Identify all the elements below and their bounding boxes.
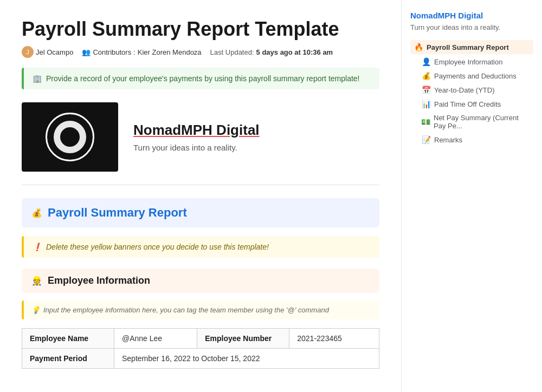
sidebar-item-remarks[interactable]: 📝 Remarks — [410, 133, 533, 146]
employee-name-label: Employee Name — [22, 329, 114, 349]
sidebar-payroll-label: Payroll Summary Report — [427, 43, 509, 51]
payroll-section-heading: 💰 Payroll Summary Report — [22, 198, 379, 227]
calendar-icon: 📅 — [421, 86, 431, 94]
author-info: J Jel Ocampo — [22, 46, 73, 58]
people-icon: 👥 — [82, 48, 91, 56]
employee-section-heading: 👷 Employee Information — [22, 269, 379, 293]
logo-circle — [46, 113, 94, 161]
payroll-section-title: Payroll Summary Report — [48, 206, 187, 220]
sidebar-item-ytd[interactable]: 📅 Year-to-Date (YTD) — [410, 83, 533, 96]
hint-banner: 💡 Input the employee information here, y… — [22, 300, 379, 319]
sidebar-netpay-label: Net Pay Summary (Current Pay Pe... — [434, 114, 530, 130]
warning-text: Delete these yellow banners once you dec… — [46, 243, 269, 251]
sidebar-pto-label: Paid Time Off Credits — [434, 100, 501, 108]
sidebar-employee-label: Employee Information — [434, 58, 502, 66]
info-banner-text: Provide a record of your employee's paym… — [46, 74, 359, 83]
brand-text-area: NomadMPH Digital Turn your ideas into a … — [133, 122, 260, 152]
warning-banner: ❗ Delete these yellow banners once you d… — [22, 236, 379, 258]
sidebar-item-paid-time-off[interactable]: 📊 Paid Time Off Credits — [410, 97, 533, 110]
payment-period-value[interactable]: September 16, 2022 to October 15, 2022 — [114, 349, 379, 369]
info-banner-icon: 🏢 — [33, 74, 42, 83]
sidebar-remarks-label: Remarks — [434, 136, 462, 144]
last-updated-label: Last Updated: — [210, 48, 254, 56]
last-updated-info: Last Updated: 5 days ago at 10:36 am — [210, 48, 333, 56]
author-name: Jel Ocampo — [36, 48, 73, 56]
avatar-initials: J — [26, 49, 29, 55]
employee-table: Employee Name @Anne Lee Employee Number … — [22, 328, 379, 369]
dollar-icon: 💵 — [421, 117, 430, 126]
sidebar-item-payroll-report[interactable]: 🔥 Payroll Summary Report — [410, 40, 533, 54]
sidebar: NomadMPH Digital Turn your ideas into a … — [401, 0, 542, 392]
brand-tagline: Turn your ideas into a reality. — [133, 143, 260, 152]
chart-icon: 📊 — [421, 100, 431, 108]
employee-number-label: Employee Number — [197, 329, 289, 349]
page-title: Payroll Summary Report Template — [22, 17, 379, 41]
sidebar-ytd-label: Year-to-Date (YTD) — [434, 86, 495, 94]
sidebar-item-net-pay[interactable]: 💵 Net Pay Summary (Current Pay Pe... — [410, 112, 533, 132]
sidebar-payments-label: Payments and Deductions — [434, 72, 517, 80]
employee-name-value[interactable]: @Anne Lee — [114, 329, 197, 349]
money-bag-icon: 💰 — [421, 71, 431, 80]
employee-section-icon: 👷 — [31, 276, 42, 286]
payment-period-label: Payment Period — [22, 349, 114, 369]
hint-text: Input the employee information here, you… — [43, 306, 329, 314]
brand-logo — [22, 102, 118, 172]
table-row: Payment Period September 16, 2022 to Oct… — [22, 349, 379, 369]
brand-card: NomadMPH Digital Turn your ideas into a … — [22, 102, 379, 185]
main-content: Payroll Summary Report Template J Jel Oc… — [0, 0, 401, 392]
employee-section-title: Employee Information — [48, 275, 150, 286]
hint-icon: 💡 — [31, 306, 40, 314]
sidebar-item-payments-deductions[interactable]: 💰 Payments and Deductions — [410, 69, 533, 82]
payroll-section-icon: 💰 — [31, 208, 42, 218]
employee-number-value[interactable]: 2021-223465 — [289, 329, 379, 349]
sidebar-tagline: Turn your ideas into a reality. — [410, 23, 533, 31]
person-icon: 👤 — [421, 57, 431, 66]
contributors-label: Contributors — [93, 48, 131, 56]
author-avatar: J — [22, 46, 34, 58]
warning-icon: ❗ — [33, 243, 42, 251]
last-updated-value: 5 days ago at 10:36 am — [256, 48, 333, 56]
contributors-names: Kier Zoren Mendoza — [138, 48, 202, 56]
sidebar-brand: NomadMPH Digital — [410, 11, 533, 20]
brand-name: NomadMPH Digital — [133, 122, 260, 139]
info-banner: 🏢 Provide a record of your employee's pa… — [22, 68, 379, 89]
fire-icon: 🔥 — [414, 43, 423, 51]
table-row: Employee Name @Anne Lee Employee Number … — [22, 329, 379, 349]
logo-inner-circle — [54, 121, 86, 153]
sidebar-item-employee-info[interactable]: 👤 Employee Information — [410, 55, 533, 68]
notepad-icon: 📝 — [421, 135, 431, 144]
contributors-info: 👥 Contributors: Kier Zoren Mendoza — [82, 48, 201, 56]
meta-row: J Jel Ocampo 👥 Contributors: Kier Zoren … — [22, 46, 379, 58]
